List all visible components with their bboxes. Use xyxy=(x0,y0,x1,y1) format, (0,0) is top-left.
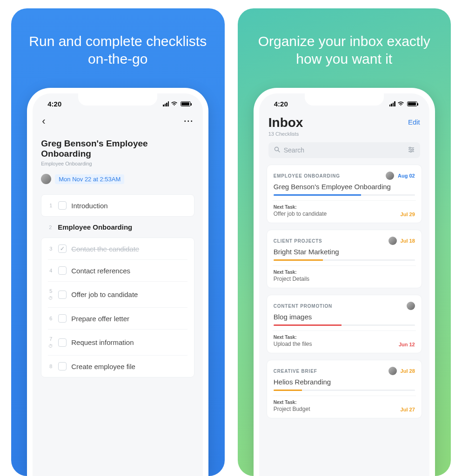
task-label: Offer job to candidate xyxy=(71,291,138,298)
headline-right: Organize your inbox exactly how you want… xyxy=(250,33,439,67)
svg-point-3 xyxy=(409,147,410,148)
next-task-date: Jun 12 xyxy=(399,342,415,347)
checkbox-icon[interactable] xyxy=(58,201,67,210)
phone-notch xyxy=(78,93,157,106)
inbox-card[interactable]: CREATIVE BRIEF Jul 28 Helios Rebranding … xyxy=(267,360,422,418)
card-date: Aug 02 xyxy=(398,173,415,178)
card-avatar xyxy=(388,237,397,245)
progress-bar xyxy=(274,259,415,261)
task-row[interactable]: 3 Contact the candidate xyxy=(48,238,187,260)
task-row[interactable]: 4 Contact references xyxy=(48,260,187,282)
task-label: Contact the candidate xyxy=(71,245,139,253)
more-button[interactable]: ··· xyxy=(184,117,194,126)
checklist-subtitle: Employee Onboarding xyxy=(41,161,194,166)
inbox-title: Inbox xyxy=(268,115,303,130)
card-date: Jul 28 xyxy=(401,368,415,374)
inbox-card[interactable]: EMPLOYEE ONBOARDING Aug 02 Greg Benson's… xyxy=(267,165,422,223)
battery-icon xyxy=(407,101,417,106)
checkbox-icon[interactable] xyxy=(58,362,67,370)
task-row[interactable]: 7 ⏱ Request information xyxy=(48,330,187,356)
phone-notch xyxy=(305,93,384,106)
phone-frame-left: 4:20 ‹ ··· Greg Benson's Employee Onboar… xyxy=(27,88,208,476)
task-label: Create employee file xyxy=(71,363,135,370)
next-task-value: Offer job to candidate xyxy=(274,211,327,217)
card-avatar xyxy=(386,172,394,180)
card-date: Jul 18 xyxy=(401,238,415,244)
card-category: CLIENT PROJECTS xyxy=(274,238,385,244)
inbox-header: Inbox 13 Checklists Edit xyxy=(259,111,429,139)
card-category: CREATIVE BRIEF xyxy=(274,369,385,374)
status-time: 4:20 xyxy=(274,100,288,108)
task-number: 4 xyxy=(48,268,54,273)
task-number: 7 xyxy=(48,336,54,342)
checkbox-icon[interactable] xyxy=(58,314,67,323)
svg-point-5 xyxy=(412,149,413,150)
next-task-value: Upload the files xyxy=(274,341,312,347)
promo-panel-right: Organize your inbox exactly how you want… xyxy=(238,8,451,476)
card-avatar xyxy=(407,302,415,310)
card-title: Bright Star Marketing xyxy=(274,248,415,256)
status-indicators xyxy=(163,100,191,108)
next-task-label: Next Task: xyxy=(274,400,310,405)
next-task-label: Next Task: xyxy=(274,270,309,275)
task-list: 1 Introduction 2 Employee Onboarding 3 C… xyxy=(41,194,194,377)
progress-bar xyxy=(274,324,415,326)
wifi-icon xyxy=(171,100,178,108)
search-icon xyxy=(274,146,280,154)
checkbox-icon[interactable] xyxy=(58,338,67,347)
progress-bar xyxy=(274,390,415,391)
battery-icon xyxy=(181,101,191,106)
task-heading: Employee Onboarding xyxy=(58,223,132,231)
signal-icon xyxy=(389,101,395,106)
signal-icon xyxy=(163,101,169,106)
next-task-label: Next Task: xyxy=(274,335,312,340)
task-row[interactable]: 2 Employee Onboarding xyxy=(41,217,194,238)
phone-frame-right: 4:20 Inbox 13 Checklists Edit Search xyxy=(254,88,435,476)
checkbox-icon[interactable] xyxy=(58,291,67,299)
task-number: 5 xyxy=(48,288,54,294)
nav-bar: ‹ ··· xyxy=(33,111,203,131)
task-label: Contact references xyxy=(71,267,130,275)
checkbox-icon[interactable] xyxy=(58,266,67,275)
svg-point-7 xyxy=(410,151,411,152)
due-date-chip: Mon Nov 22 at 2:53AM xyxy=(55,174,124,184)
task-card: 3 Contact the candidate 4 Contact refere… xyxy=(41,238,194,377)
next-task-label: Next Task: xyxy=(274,205,327,210)
timer-icon: ⏱ xyxy=(48,344,53,349)
search-input[interactable]: Search xyxy=(268,142,420,158)
task-number: 1 xyxy=(48,203,54,208)
task-number: 3 xyxy=(48,246,54,251)
task-row[interactable]: 1 Introduction xyxy=(48,195,187,216)
card-avatar xyxy=(388,367,397,375)
task-row[interactable]: 8 Create employee file xyxy=(48,356,187,377)
edit-button[interactable]: Edit xyxy=(408,118,420,126)
status-indicators xyxy=(389,100,417,108)
card-title: Greg Benson's Employee Onboarding xyxy=(274,183,415,191)
card-title: Helios Rebranding xyxy=(274,378,415,386)
search-placeholder: Search xyxy=(284,146,304,154)
wifi-icon xyxy=(397,100,404,108)
checkbox-icon[interactable] xyxy=(58,245,67,253)
task-label: Prepare offer letter xyxy=(71,315,129,323)
back-button[interactable]: ‹ xyxy=(42,115,45,127)
next-task-value: Project Details xyxy=(274,276,309,282)
due-date-row[interactable]: Mon Nov 22 at 2:53AM xyxy=(41,174,194,184)
next-task-date: Jul 29 xyxy=(401,212,415,217)
inbox-subtitle: 13 Checklists xyxy=(268,131,303,137)
card-title: Blog images xyxy=(274,313,415,321)
svg-line-1 xyxy=(278,151,280,152)
task-label: Request information xyxy=(71,338,134,346)
inbox-card[interactable]: CLIENT PROJECTS Jul 18 Bright Star Marke… xyxy=(267,230,422,288)
task-number: 8 xyxy=(48,364,54,369)
task-row[interactable]: 5 ⏱ Offer job to candidate xyxy=(48,282,187,308)
inbox-list: EMPLOYEE ONBOARDING Aug 02 Greg Benson's… xyxy=(259,165,429,418)
card-category: CONTENT PROMOTION xyxy=(274,304,403,309)
progress-bar xyxy=(274,194,415,196)
task-number: 6 xyxy=(48,316,54,321)
task-label: Introduction xyxy=(71,202,107,210)
filter-icon[interactable] xyxy=(408,147,415,154)
promo-panel-left: Run and complete checklists on-the-go 4:… xyxy=(11,8,225,476)
inbox-card[interactable]: CONTENT PROMOTION Blog images Next Task:… xyxy=(267,295,422,353)
card-category: EMPLOYEE ONBOARDING xyxy=(274,173,382,178)
task-row[interactable]: 6 Prepare offer letter xyxy=(48,308,187,330)
